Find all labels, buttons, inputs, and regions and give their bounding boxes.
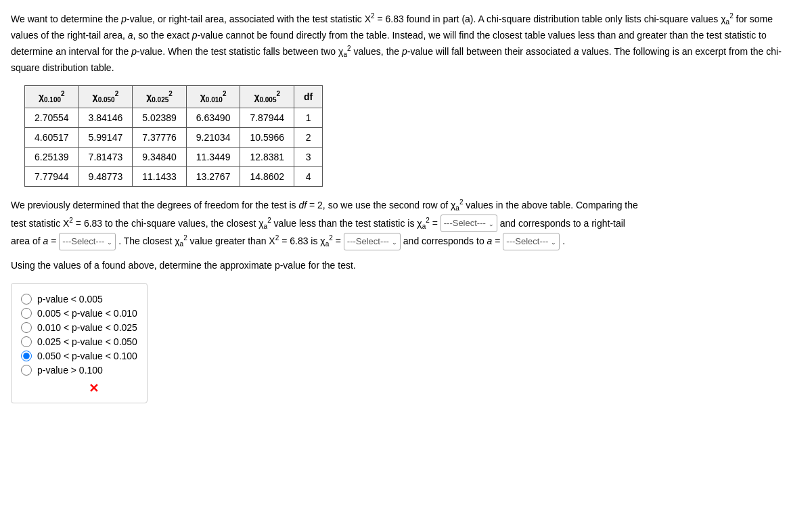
select-less-than-value[interactable]: ---Select--- bbox=[441, 215, 497, 232]
table-cell: 1 bbox=[294, 108, 323, 128]
chi-square-table-container: χ0.1002 χ0.0502 χ0.0252 χ0.0102 χ0.0052 … bbox=[24, 85, 796, 187]
table-cell: 6.25139 bbox=[25, 148, 79, 167]
radio-label: 0.050 < p-value < 0.100 bbox=[37, 351, 137, 361]
col-header-3: χ0.0252 bbox=[133, 85, 187, 108]
table-cell: 9.21034 bbox=[186, 128, 240, 148]
table-cell: 3 bbox=[294, 148, 323, 167]
table-cell: 2 bbox=[294, 128, 323, 148]
radio-input[interactable] bbox=[21, 322, 32, 333]
radio-option[interactable]: p-value < 0.005 bbox=[21, 294, 137, 305]
table-cell: 3.84146 bbox=[78, 108, 133, 128]
table-cell: 9.34840 bbox=[133, 148, 187, 167]
table-row: 2.705543.841465.023896.634907.879441 bbox=[25, 108, 323, 128]
select-less-than-area[interactable]: ---Select--- bbox=[59, 233, 116, 250]
col-header-1: χ0.1002 bbox=[25, 85, 79, 108]
table-cell: 4.60517 bbox=[25, 128, 79, 148]
table-row: 4.605175.991477.377769.2103410.59662 bbox=[25, 128, 323, 148]
radio-input[interactable] bbox=[21, 365, 32, 376]
col-header-5: χ0.0052 bbox=[240, 85, 294, 108]
col-header-df: df bbox=[294, 85, 323, 108]
table-cell: 7.77944 bbox=[25, 167, 79, 187]
select-greater-than-area[interactable]: ---Select--- bbox=[503, 233, 560, 250]
radio-input[interactable] bbox=[21, 308, 32, 319]
table-cell: 5.02389 bbox=[133, 108, 187, 128]
radio-input[interactable] bbox=[21, 336, 32, 347]
x-mark-icon: ✕ bbox=[89, 381, 137, 396]
radio-option[interactable]: 0.005 < p-value < 0.010 bbox=[21, 308, 137, 319]
radio-label: 0.005 < p-value < 0.010 bbox=[37, 308, 137, 319]
radio-label: 0.010 < p-value < 0.025 bbox=[37, 322, 137, 333]
select-greater-than-value[interactable]: ---Select--- bbox=[344, 233, 401, 250]
table-cell: 5.99147 bbox=[78, 128, 133, 148]
table-cell: 7.87944 bbox=[240, 108, 294, 128]
table-cell: 12.8381 bbox=[240, 148, 294, 167]
using-text: Using the values of a found above, deter… bbox=[11, 260, 796, 271]
table-cell: 6.63490 bbox=[186, 108, 240, 128]
table-cell: 7.37776 bbox=[133, 128, 187, 148]
table-cell: 9.48773 bbox=[78, 167, 133, 187]
col-header-4: χ0.0102 bbox=[186, 85, 240, 108]
chi-square-table: χ0.1002 χ0.0502 χ0.0252 χ0.0102 χ0.0052 … bbox=[24, 85, 323, 187]
main-content: We want to determine the p-value, or rig… bbox=[11, 11, 796, 403]
radio-label: p-value < 0.005 bbox=[37, 294, 103, 305]
table-cell: 14.8602 bbox=[240, 167, 294, 187]
radio-option[interactable]: p-value > 0.100 bbox=[21, 365, 137, 376]
radio-option[interactable]: 0.050 < p-value < 0.100 bbox=[21, 351, 137, 361]
table-row: 6.251397.814739.3484011.344912.83813 bbox=[25, 148, 323, 167]
intro-paragraph: We want to determine the p-value, or rig… bbox=[11, 11, 796, 76]
radio-option[interactable]: 0.025 < p-value < 0.050 bbox=[21, 336, 137, 347]
table-cell: 10.5966 bbox=[240, 128, 294, 148]
analysis-text: We previously determined that the degree… bbox=[11, 196, 796, 250]
radio-input[interactable] bbox=[21, 351, 32, 361]
table-cell: 4 bbox=[294, 167, 323, 187]
table-cell: 11.3449 bbox=[186, 148, 240, 167]
radio-label: 0.025 < p-value < 0.050 bbox=[37, 336, 137, 347]
p-value-options: p-value < 0.0050.005 < p-value < 0.0100.… bbox=[11, 283, 148, 403]
col-header-2: χ0.0502 bbox=[78, 85, 133, 108]
table-cell: 2.70554 bbox=[25, 108, 79, 128]
radio-input[interactable] bbox=[21, 294, 32, 305]
table-cell: 7.81473 bbox=[78, 148, 133, 167]
radio-option[interactable]: 0.010 < p-value < 0.025 bbox=[21, 322, 137, 333]
radio-label: p-value > 0.100 bbox=[37, 365, 103, 376]
table-cell: 13.2767 bbox=[186, 167, 240, 187]
table-row: 7.779449.4877311.143313.276714.86024 bbox=[25, 167, 323, 187]
table-cell: 11.1433 bbox=[133, 167, 187, 187]
